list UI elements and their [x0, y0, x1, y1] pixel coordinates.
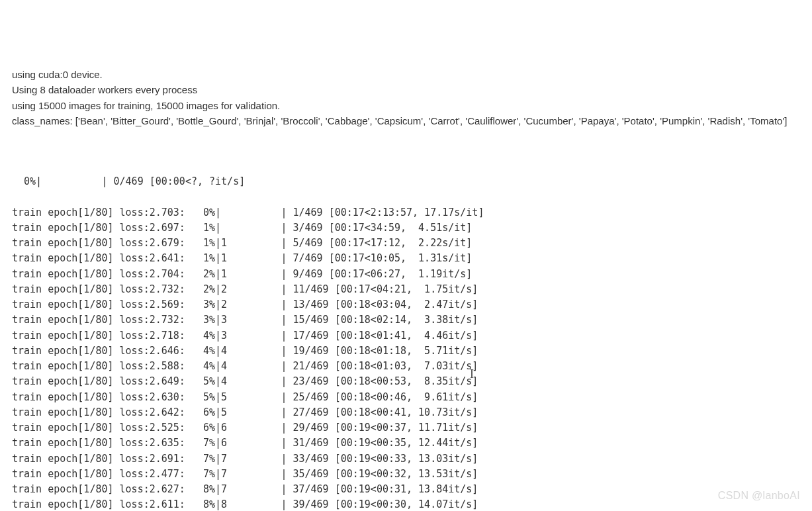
class-names-line: class_names: ['Bean', 'Bitter_Gourd', 'B…	[12, 113, 800, 128]
watermark-text: CSDN @lanboAI	[718, 488, 800, 504]
training-log-row: train epoch[1/80] loss:2.679: 1%|1 | 5/4…	[12, 236, 800, 251]
training-log-row: train epoch[1/80] loss:2.732: 2%|2 | 11/…	[12, 282, 800, 297]
dataset-line: using 15000 images for training, 15000 i…	[12, 98, 800, 113]
initial-progress-line: 0%| | 0/469 [00:00<?, ?it/s]	[12, 174, 800, 189]
workers-line: Using 8 dataloader workers every process	[12, 82, 800, 97]
training-log-row: train epoch[1/80] loss:2.697: 1%| | 3/46…	[12, 220, 800, 236]
training-log-row: train epoch[1/80] loss:2.703: 0%| | 1/46…	[12, 205, 800, 220]
training-log-row: train epoch[1/80] loss:2.630: 5%|5 | 25/…	[12, 390, 800, 405]
training-log-row: train epoch[1/80] loss:2.704: 2%|1 | 9/4…	[12, 267, 800, 282]
blank-line	[12, 144, 800, 159]
training-log-row: train epoch[1/80] loss:2.635: 7%|6 | 31/…	[12, 436, 800, 451]
training-log-row: train epoch[1/80] loss:2.691: 7%|7 | 33/…	[12, 451, 800, 467]
training-log-row: train epoch[1/80] loss:2.525: 6%|6 | 29/…	[12, 420, 800, 436]
header-block: using cuda:0 device. Using 8 dataloader …	[12, 67, 800, 128]
training-log-row: train epoch[1/80] loss:2.649: 5%|4 | 23/…	[12, 374, 800, 389]
training-log-row: train epoch[1/80] loss:2.477: 7%|7 | 35/…	[12, 467, 800, 482]
training-log-row: train epoch[1/80] loss:2.641: 1%|1 | 7/4…	[12, 251, 800, 266]
training-log-row: train epoch[1/80] loss:2.732: 3%|3 | 15/…	[12, 312, 800, 328]
training-log-row: train epoch[1/80] loss:2.627: 8%|7 | 37/…	[12, 482, 800, 497]
training-log-row: train epoch[1/80] loss:2.588: 4%|4 | 21/…	[12, 359, 800, 374]
training-log-row: train epoch[1/80] loss:2.646: 4%|4 | 19/…	[12, 344, 800, 359]
training-log-row: train epoch[1/80] loss:2.642: 6%|5 | 27/…	[12, 405, 800, 420]
training-log-row: train epoch[1/80] loss:2.611: 8%|8 | 39/…	[12, 497, 800, 511]
training-log-row: train epoch[1/80] loss:2.718: 4%|3 | 17/…	[12, 328, 800, 344]
training-log-row: train epoch[1/80] loss:2.569: 3%|2 | 13/…	[12, 297, 800, 312]
training-log: train epoch[1/80] loss:2.703: 0%| | 1/46…	[12, 205, 800, 512]
device-line: using cuda:0 device.	[12, 67, 800, 82]
text-cursor-icon: I	[470, 365, 474, 384]
